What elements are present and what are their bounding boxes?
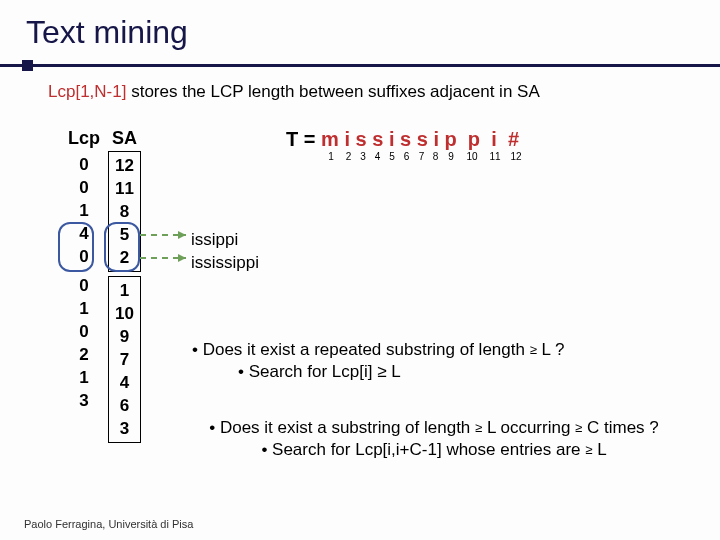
lcp-label: Lcp (68, 128, 100, 151)
t-char: i (344, 128, 350, 150)
t-char: # (508, 128, 519, 150)
lcp-highlight-box (58, 222, 94, 272)
t-num: 4 (370, 151, 385, 162)
t-prefix: T = (286, 128, 321, 150)
lcp-cell: 0 (75, 320, 93, 343)
subtitle: Lcp[1,N-1] stores the LCP length between… (48, 82, 540, 102)
sa-cell: 7 (115, 348, 133, 371)
arrow-head-icon (178, 254, 186, 262)
sa-cell: 1 (115, 279, 133, 302)
sa-cell: 6 (115, 394, 133, 417)
t-char: i (433, 128, 439, 150)
lcp-cell: 1 (75, 297, 93, 320)
lcp-cell: 2 (75, 343, 93, 366)
sa-highlight-box (104, 222, 140, 272)
t-char: p (445, 128, 457, 150)
subtitle-highlight: Lcp[1,N-1] (48, 82, 126, 101)
q2-tail: C times ? (582, 418, 659, 437)
q2-sub-tail: L (592, 440, 606, 459)
sa-column: SA 12 11 8 5 2 1 10 9 7 4 6 3 (108, 128, 141, 443)
q2-text: Does it exist a substring of length (220, 418, 475, 437)
suffix-labels: issippi ississippi (191, 228, 259, 274)
lcp-cell: 0 (75, 274, 93, 297)
t-chars: T = m i s s i s s i p p i # (286, 128, 526, 151)
slide: Text mining Lcp[1,N-1] stores the LCP le… (0, 0, 720, 540)
t-char: s (356, 128, 367, 150)
bullet-icon (209, 418, 220, 437)
t-num: 2 (341, 151, 356, 162)
q1-text: Does it exist a repeated substring of le… (203, 340, 530, 359)
lcp-cell: 0 (75, 153, 93, 176)
question-1: Does it exist a repeated substring of le… (192, 340, 692, 382)
sa-cell: 12 (115, 154, 134, 177)
slide-title: Text mining (0, 0, 720, 51)
q2-mid: L occurring (482, 418, 575, 437)
q1-tail: L ? (537, 340, 565, 359)
t-num: 10 (460, 151, 484, 162)
sa-cell: 3 (115, 417, 133, 440)
sa-box-bottom: 1 10 9 7 4 6 3 (108, 276, 141, 443)
suffix-a: issippi (191, 228, 259, 251)
t-num: 7 (414, 151, 429, 162)
t-char: s (417, 128, 428, 150)
lcp-cell: 1 (75, 199, 93, 222)
q1-sub-text: Search for Lcp[i] ≥ L (249, 362, 401, 381)
t-nums: 1 2 3 4 5 6 7 8 9 10 11 12 (286, 151, 526, 162)
t-char: s (400, 128, 411, 150)
t-char: s (372, 128, 383, 150)
t-char: i (389, 128, 395, 150)
t-num: 6 (399, 151, 414, 162)
lcp-sa-tables: Lcp 0 0 1 4 0 0 1 0 2 1 3 SA 12 11 8 (68, 128, 141, 443)
footer: Paolo Ferragina, Università di Pisa (24, 518, 193, 530)
lcp-cell: 0 (75, 176, 93, 199)
title-underline (0, 64, 720, 67)
sa-cell: 8 (115, 200, 133, 223)
ge-symbol: ≥ (530, 342, 537, 357)
q2-sub-text: Search for Lcp[i,i+C-1] whose entries ar… (272, 440, 585, 459)
t-char: i (491, 128, 497, 150)
t-num: 5 (385, 151, 399, 162)
bullet-icon (261, 440, 272, 459)
t-num: 11 (484, 151, 506, 162)
lcp-box: 0 0 1 4 0 0 1 0 2 1 3 (69, 151, 99, 414)
t-num: 12 (506, 151, 526, 162)
t-char: m (321, 128, 339, 150)
sa-cell: 9 (115, 325, 133, 348)
bullet-icon (238, 362, 249, 381)
sa-cell: 10 (115, 302, 134, 325)
t-char: p (468, 128, 480, 150)
bullet-icon (192, 340, 203, 359)
t-num: 8 (429, 151, 442, 162)
sa-label: SA (112, 128, 137, 151)
lcp-cell: 3 (75, 389, 93, 412)
arrow-head-icon (178, 231, 186, 239)
t-string: T = m i s s i s s i p p i # 1 2 3 4 5 6 … (286, 128, 526, 162)
t-num: 9 (442, 151, 460, 162)
subtitle-rest: stores the LCP length between suffixes a… (126, 82, 539, 101)
suffix-b: ississippi (191, 251, 259, 274)
question-2: Does it exist a substring of length ≥ L … (154, 418, 714, 460)
t-num: 1 (321, 151, 341, 162)
sa-cell: 4 (115, 371, 133, 394)
sa-cell: 11 (115, 177, 134, 200)
lcp-cell: 1 (75, 366, 93, 389)
t-num: 3 (356, 151, 370, 162)
